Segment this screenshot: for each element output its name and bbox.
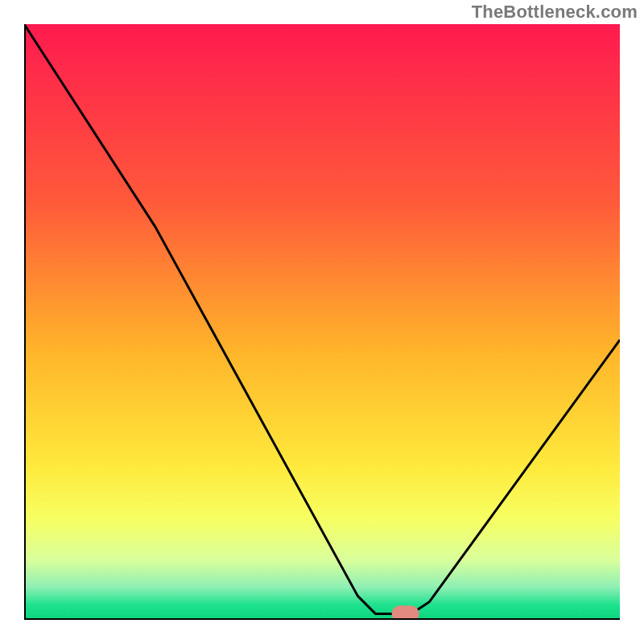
watermark-text: TheBottleneck.com [472,2,638,23]
chart-svg [24,24,620,620]
optimum-marker [392,605,419,620]
chart-container: TheBottleneck.com [0,0,644,644]
plot-area [24,24,620,620]
